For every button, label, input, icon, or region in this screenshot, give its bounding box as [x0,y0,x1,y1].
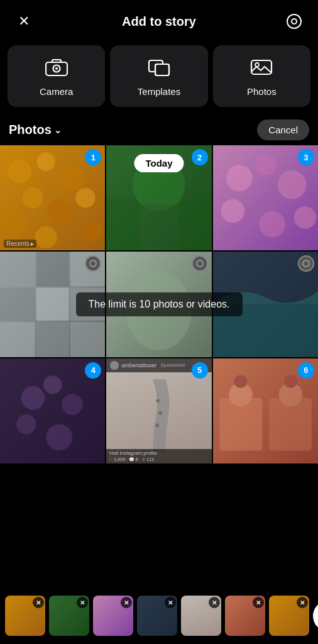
svg-rect-34 [0,322,35,357]
svg-point-41 [303,260,309,267]
camera-button[interactable]: Camera [8,45,105,107]
photo-grid-wrapper: Recents ▸ 1 2 Today [0,145,318,464]
thumb-item-6[interactable]: ✕ [225,596,265,636]
svg-point-49 [158,411,162,415]
svg-point-26 [259,211,285,238]
svg-point-50 [155,423,159,427]
svg-rect-35 [36,322,69,357]
selection-badge-2: 2 [192,149,208,165]
next-button[interactable]: Next › [313,601,318,631]
thumb-item-2[interactable]: ✕ [49,596,89,636]
photo-cell-8[interactable]: ambertattooer Sponsored Visit Instagram … [106,358,211,464]
svg-point-22 [226,165,253,191]
section-title[interactable]: Photos ⌄ [9,123,62,137]
svg-point-15 [75,188,95,208]
svg-point-55 [234,375,247,388]
thumb-remove-7[interactable]: ✕ [297,597,308,608]
recents-label: Recents ▸ [4,240,36,248]
selection-badge-5 [192,255,208,272]
section-header: Photos ⌄ Cancel [0,114,318,145]
thumb-item-5[interactable]: ✕ [181,596,221,636]
svg-point-24 [277,170,306,199]
svg-point-13 [23,187,43,208]
thumb-item-3[interactable]: ✕ [93,596,133,636]
photos-button[interactable]: Photos [213,45,310,107]
selection-badge-8: 5 [192,362,208,379]
photo-cell-1[interactable]: Recents ▸ 1 [0,145,105,250]
templates-button[interactable]: Templates [110,45,207,107]
svg-point-14 [47,199,71,223]
svg-point-27 [293,206,316,229]
svg-point-12 [59,165,85,191]
thumb-item-4[interactable]: ✕ [137,596,177,636]
camera-label: Camera [40,86,73,97]
photo-grid: Recents ▸ 1 2 Today [0,145,318,464]
close-button[interactable]: ✕ [13,10,35,33]
photo-cell-3[interactable]: 3 [213,145,318,250]
svg-rect-8 [251,60,271,74]
thumb-item-7[interactable]: ✕ [269,596,309,636]
sponsored-bottom: Visit Instagram profile ♡ 2,409 · 💬 8 · … [106,449,211,464]
photo-cell-4[interactable] [0,252,105,357]
templates-icon [148,58,170,80]
svg-rect-21 [140,204,179,250]
svg-point-25 [221,199,244,223]
svg-rect-6 [155,64,169,75]
svg-point-18 [82,220,102,241]
settings-button[interactable] [283,10,305,33]
svg-rect-33 [70,288,105,321]
chevron-down-icon: ⌄ [54,125,62,135]
selection-badge-7: 4 [85,362,101,379]
photos-icon [250,58,273,80]
svg-point-23 [255,155,276,175]
templates-label: Templates [138,86,180,97]
svg-point-4 [55,67,58,70]
svg-point-11 [37,153,55,171]
camera-icon [45,58,68,80]
svg-rect-28 [0,252,35,286]
photo-cell-5[interactable] [106,252,211,357]
svg-point-39 [197,260,203,267]
svg-point-0 [287,14,301,28]
thumb-remove-5[interactable]: ✕ [209,597,220,608]
svg-point-37 [90,260,96,267]
cancel-button[interactable]: Cancel [257,119,309,140]
photo-cell-6[interactable] [213,252,318,357]
photo-cell-2[interactable]: 2 Today [106,145,211,250]
svg-rect-29 [36,252,69,286]
svg-point-1 [292,19,297,24]
photo-cell-9[interactable]: 6 [213,358,318,464]
thumb-remove-6[interactable]: ✕ [253,597,264,608]
thumb-item-1[interactable]: ✕ [5,596,45,636]
selection-badge-3: 3 [298,149,314,165]
photo-cell-7[interactable]: 4 [0,358,105,464]
today-pill: Today [134,154,184,172]
svg-point-17 [35,226,57,249]
svg-point-16 [0,211,26,238]
thumb-remove-3[interactable]: ✕ [121,597,132,608]
svg-rect-31 [0,288,35,321]
bottom-strip: ✕ ✕ ✕ ✕ ✕ ✕ ✕ Next › [0,587,318,644]
selection-badge-9: 6 [298,362,314,379]
thumb-remove-2[interactable]: ✕ [77,597,88,608]
photos-label: Photos [247,86,277,97]
svg-rect-36 [70,322,105,357]
thumb-remove-1[interactable]: ✕ [33,597,44,608]
svg-point-10 [8,160,32,184]
svg-point-48 [156,399,160,402]
svg-point-56 [284,375,297,388]
svg-rect-40 [213,304,318,357]
page-title: Add to story [122,14,196,29]
header: ✕ Add to story [0,0,318,40]
svg-rect-32 [36,288,69,321]
svg-point-38 [126,272,192,350]
svg-point-9 [255,63,259,67]
top-buttons-row: Camera Templates Photos [0,40,318,114]
thumb-remove-4[interactable]: ✕ [165,597,176,608]
